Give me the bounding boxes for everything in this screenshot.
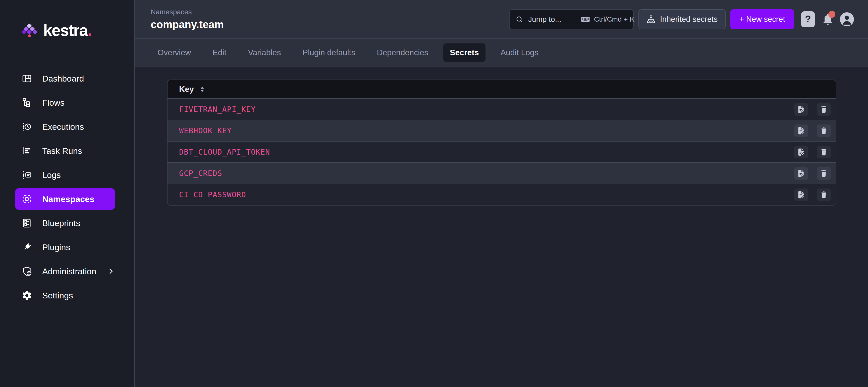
sidebar-item-flows[interactable]: Flows [15, 92, 115, 114]
secret-row: WEBHOOK_KEY [167, 120, 836, 141]
delete-secret-button[interactable] [817, 167, 831, 180]
sidebar-item-label: Namespaces [42, 194, 94, 204]
sidebar-item-administration[interactable]: Administration [15, 260, 115, 282]
delete-secret-button[interactable] [817, 103, 831, 116]
delete-secret-button[interactable] [817, 146, 831, 158]
tab-variables[interactable]: Variables [242, 43, 287, 62]
inherited-secrets-button[interactable]: Inherited secrets [639, 9, 725, 29]
secret-key: WEBHOOK_KEY [179, 126, 232, 135]
edit-secret-button[interactable] [794, 189, 808, 201]
user-avatar[interactable] [840, 12, 854, 26]
inherited-secrets-label: Inherited secrets [660, 15, 718, 24]
question-mark-icon: ? [805, 14, 811, 25]
secret-key: GCP_CREDS [179, 169, 222, 178]
tab-overview[interactable]: Overview [151, 43, 197, 62]
search-input[interactable] [528, 15, 576, 24]
dashboard-icon [22, 73, 32, 84]
secret-key: DBT_CLOUD_API_TOKEN [179, 148, 270, 156]
sort-icon[interactable] [198, 85, 207, 94]
notification-badge [828, 11, 835, 18]
sidebar-item-label: Flows [42, 98, 65, 108]
notifications-button[interactable] [821, 12, 834, 26]
search-shortcut: Ctrl/Cmd + K [581, 14, 634, 24]
sidebar-item-blueprints[interactable]: Blueprints [15, 212, 115, 234]
sidebar: kestra. Dashboard Flows [0, 0, 135, 387]
sidebar-item-task-runs[interactable]: Task Runs [15, 140, 115, 162]
secret-row: FIVETRAN_API_KEY [167, 98, 836, 120]
page-title: company.team [151, 19, 224, 31]
row-actions [794, 146, 831, 158]
jump-to-search[interactable]: Ctrl/Cmd + K [509, 9, 634, 29]
sidebar-item-label: Dashboard [42, 74, 84, 84]
kestra-logo[interactable]: kestra. [22, 21, 134, 40]
secret-key: CI_CD_PASSWORD [179, 190, 246, 199]
logs-timeline-icon [22, 170, 32, 180]
edit-secret-button[interactable] [794, 125, 808, 137]
column-header-key: Key [179, 85, 194, 94]
row-actions [794, 189, 831, 201]
row-actions [794, 167, 831, 180]
sidebar-item-label: Task Runs [42, 146, 82, 156]
sidebar-item-label: Logs [42, 170, 61, 180]
secrets-content: Key FIVETRAN_API_KEY [135, 66, 868, 387]
sidebar-item-executions[interactable]: Executions [15, 116, 115, 137]
settings-cog-icon [22, 290, 32, 301]
row-actions [794, 125, 831, 137]
sidebar-item-plugins[interactable]: Plugins [15, 236, 115, 258]
new-secret-button[interactable]: + New secret [731, 9, 794, 29]
tab-audit-logs[interactable]: Audit Logs [494, 43, 545, 62]
sidebar-item-label: Settings [42, 291, 73, 300]
sidebar-item-settings[interactable]: Settings [15, 285, 115, 306]
flows-tree-icon [22, 97, 32, 108]
sidebar-item-dashboard[interactable]: Dashboard [15, 68, 115, 89]
tab-dependencies[interactable]: Dependencies [370, 43, 435, 62]
sidebar-item-label: Executions [42, 122, 84, 132]
secret-key: FIVETRAN_API_KEY [179, 105, 256, 114]
row-actions [794, 103, 831, 116]
tab-secrets[interactable]: Secrets [443, 43, 486, 62]
top-header: Namespaces company.team [135, 0, 868, 39]
edit-secret-button[interactable] [794, 146, 808, 158]
plugins-plug-icon [22, 242, 32, 253]
secret-row: CI_CD_PASSWORD [167, 184, 836, 205]
sidebar-item-namespaces[interactable]: Namespaces [15, 188, 115, 210]
namespaces-select-icon [22, 194, 32, 204]
account-icon [840, 12, 854, 26]
sitemap-icon [647, 15, 655, 24]
secret-row: DBT_CLOUD_API_TOKEN [167, 141, 836, 162]
help-button[interactable]: ? [801, 11, 815, 27]
edit-secret-button[interactable] [794, 167, 808, 180]
sidebar-item-label: Plugins [42, 243, 70, 252]
executions-clock-icon [22, 122, 32, 132]
kestra-logo-text: kestra. [43, 21, 91, 40]
secrets-table: Key FIVETRAN_API_KEY [167, 79, 836, 205]
task-runs-chart-icon [22, 146, 32, 156]
delete-secret-button[interactable] [817, 189, 831, 201]
sidebar-nav: Dashboard Flows Executions [0, 68, 134, 309]
tab-plugin-defaults[interactable]: Plugin defaults [296, 43, 362, 62]
keyboard-icon [581, 14, 590, 24]
tab-edit[interactable]: Edit [206, 43, 233, 62]
main-area: Namespaces company.team [135, 0, 868, 387]
sidebar-item-label: Administration [42, 266, 96, 276]
administration-shield-icon [22, 266, 32, 277]
secret-row: GCP_CREDS [167, 162, 836, 184]
breadcrumb: Namespaces [151, 8, 224, 16]
edit-secret-button[interactable] [794, 103, 808, 116]
search-icon [515, 15, 524, 24]
kestra-diamonds-icon [22, 22, 37, 38]
sidebar-item-logs[interactable]: Logs [15, 164, 115, 186]
sidebar-item-label: Blueprints [42, 218, 80, 228]
breadcrumb-block: Namespaces company.team [151, 8, 224, 31]
namespace-tabs: Overview Edit Variables Plugin defaults … [135, 39, 868, 66]
header-actions: Ctrl/Cmd + K Inherited secrets + New sec… [509, 9, 854, 29]
table-header-row: Key [167, 80, 836, 98]
delete-secret-button[interactable] [817, 125, 831, 137]
chevron-right-icon [106, 267, 115, 276]
blueprints-ballot-icon [22, 218, 32, 228]
